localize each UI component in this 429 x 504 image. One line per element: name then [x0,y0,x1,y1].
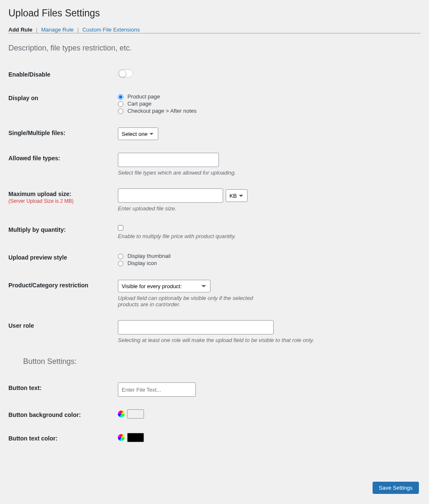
tab-manage-rule[interactable]: Manage Rule [41,27,74,33]
display-on-product-radio[interactable] [118,94,123,100]
button-text-color-label: Button text color: [8,427,114,450]
preview-icon-text: Display icon [128,260,157,266]
tab-separator: | [36,27,37,33]
display-on-checkout[interactable]: Checkout page > After notes [118,108,416,114]
button-text-input[interactable] [118,382,196,397]
page-title: Upload Files Settings [8,8,421,19]
display-on-cart-radio[interactable] [118,101,123,107]
display-on-checkout-text: Checkout page > After notes [128,108,197,114]
button-text-color-swatch[interactable] [127,433,144,442]
allowed-types-desc: Select file types which are allowed for … [118,170,416,176]
color-wheel-icon [118,411,125,417]
preview-thumbnail[interactable]: Display thumbnail [118,253,416,259]
max-size-desc: Enter uploaded file size. [118,205,416,212]
user-role-label: User role [8,314,114,350]
display-on-label: Display on [8,86,114,121]
preview-thumbnail-text: Display thumbnail [128,253,171,259]
preview-style-label: Upload preview style [8,246,114,273]
display-on-product[interactable]: Product page [118,93,416,100]
tab-separator: | [77,27,79,33]
multiply-desc: Enable to multiply file price with produ… [118,233,416,239]
single-multiple-select[interactable]: Select one [118,127,158,140]
display-on-product-text: Product page [128,93,160,100]
tab-custom-extensions[interactable]: Custom File Extensions [83,27,140,33]
display-on-cart-text: Cart page [128,101,152,107]
button-text-label: Button text: [8,376,114,403]
button-bg-color-label: Button background color: [8,403,114,427]
max-size-input[interactable] [118,188,223,203]
preview-icon-radio[interactable] [118,261,123,266]
section-description-title: Description, file types restriction, etc… [8,44,421,53]
section-button-title: Button Settings: [23,357,421,366]
enable-disable-label: Enable/Disable [8,63,114,86]
single-multiple-label: Single/Multiple files: [8,121,114,146]
button-bg-color-swatch[interactable] [127,409,144,419]
preview-thumbnail-radio[interactable] [118,254,123,259]
max-size-server-note: (Server Upload Size is 2 MB) [8,198,109,204]
tab-add-rule[interactable]: Add Rule [8,27,32,33]
preview-icon[interactable]: Display icon [118,260,416,266]
user-role-input[interactable] [118,320,274,334]
tabs-nav: Add Rule | Manage Rule | Custom File Ext… [8,27,421,33]
allowed-types-input[interactable] [118,153,219,167]
display-on-checkout-radio[interactable] [118,109,123,114]
enable-disable-toggle[interactable] [118,69,133,77]
restriction-label: Product/Category restriction [8,273,114,314]
restriction-select[interactable]: Visible for every product: [118,280,211,292]
restriction-desc: Upload field can optionally be visible o… [118,295,274,308]
max-size-unit-select[interactable]: KB [226,189,248,202]
multiply-label: Multiply by quantity: [8,218,114,246]
multiply-checkbox[interactable] [118,225,123,231]
max-size-label-cell: Maximum upload size: (Server Upload Size… [8,182,114,218]
user-role-desc: Selecting at least one role will make th… [118,337,416,343]
color-wheel-icon [118,434,125,441]
allowed-types-label: Allowed file types: [8,146,114,182]
max-size-label: Maximum upload size: [8,191,71,197]
display-on-cart[interactable]: Cart page [118,101,416,107]
